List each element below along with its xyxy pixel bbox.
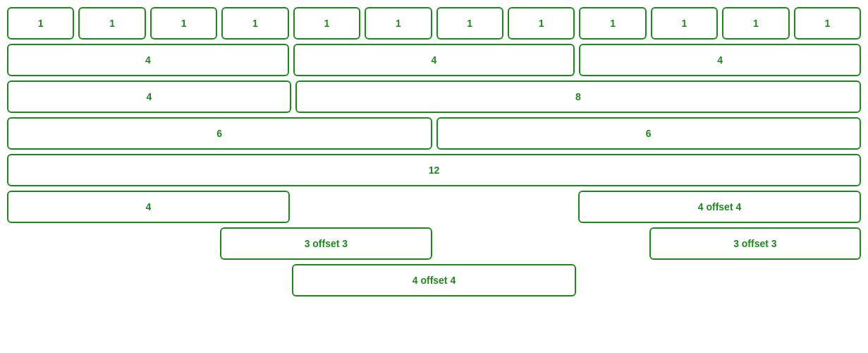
grid-cell: 12 (7, 154, 861, 186)
grid-cell: 1 (722, 7, 789, 40)
grid-cell: 4 (7, 80, 291, 113)
grid-cell: 4 offset 4 (578, 191, 861, 223)
grid-row: 44 offset 4 (7, 191, 861, 223)
grid-cell: 1 (221, 7, 288, 40)
grid-cell: 6 (7, 117, 432, 150)
grid-cell: 1 (365, 7, 432, 40)
grid-cell: 1 (78, 7, 145, 40)
grid-cell: 4 (7, 44, 289, 76)
grid-cell: 6 (436, 117, 862, 150)
grid-cell: 1 (436, 7, 503, 40)
grid-cell: 1 (508, 7, 575, 40)
grid-cell: 1 (293, 7, 360, 40)
grid-cell: 4 (293, 44, 575, 76)
grid-row: 66 (7, 117, 861, 150)
grid-cell: 1 (651, 7, 718, 40)
grid-cell: 1 (150, 7, 217, 40)
grid-cell: 8 (295, 80, 861, 113)
grid-cell: 4 offset 4 (292, 264, 575, 297)
grid-row: 4 offset 4 (7, 264, 861, 297)
grid-row: 12 (7, 154, 861, 186)
grid-cell: 1 (794, 7, 861, 40)
grid-row: 111111111111 (7, 7, 861, 40)
grid-cell: 4 (579, 44, 861, 76)
grid-cell: 3 offset 3 (220, 227, 432, 260)
grid-cell: 1 (579, 7, 646, 40)
grid-cell: 4 (7, 191, 290, 223)
grid-row: 3 offset 33 offset 3 (7, 227, 861, 260)
grid-row: 444 (7, 44, 861, 76)
grid-cell: 3 offset 3 (649, 227, 861, 260)
grid-row: 48 (7, 80, 861, 113)
grid-cell: 1 (7, 7, 74, 40)
grid-layout: 11111111111144448661244 offset 43 offset… (7, 7, 861, 297)
